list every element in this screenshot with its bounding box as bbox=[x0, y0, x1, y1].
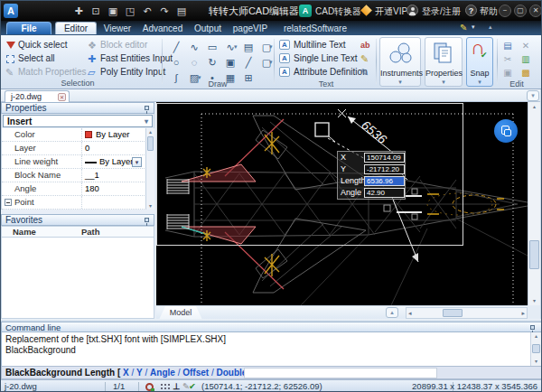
favorites-col-name[interactable]: Name bbox=[13, 227, 36, 238]
help-icon[interactable]: ? bbox=[465, 5, 477, 16]
redo-icon[interactable]: ↷ bbox=[157, 5, 172, 17]
multiline-text-button[interactable]: Multiline Text bbox=[294, 39, 346, 51]
help-link[interactable]: 帮助 bbox=[480, 5, 498, 18]
draw-multiline-dropdown-icon[interactable]: ▾ bbox=[234, 41, 238, 53]
cut-icon[interactable]: ✂ bbox=[501, 53, 514, 65]
document-tab-close-icon[interactable]: ✕ bbox=[58, 93, 66, 101]
paste-icon[interactable]: ▤ bbox=[501, 40, 514, 51]
collapse-icon[interactable] bbox=[5, 199, 12, 206]
properties-dropdown-icon[interactable]: ▾ bbox=[425, 79, 462, 86]
edit-attribute-icon[interactable]: ✎ bbox=[360, 67, 369, 78]
block-editor-button[interactable]: Block editor bbox=[100, 39, 147, 51]
save-as-icon[interactable]: ◳ bbox=[123, 5, 137, 17]
drawing-canvas[interactable]: 6536 X 150714.09 Y -21712.20 Length 6536… bbox=[156, 102, 528, 305]
command-input[interactable] bbox=[244, 368, 437, 378]
select-all-button[interactable]: Select all bbox=[18, 52, 55, 65]
draw-region-dropdown-icon[interactable]: ▾ bbox=[269, 41, 273, 53]
vip-link[interactable]: 开通VIP bbox=[375, 5, 407, 18]
undo-icon[interactable]: ↶ bbox=[140, 5, 154, 17]
tab-output[interactable]: Output bbox=[189, 23, 227, 35]
document-tab[interactable]: j-20.dwg ✕ bbox=[5, 90, 70, 102]
draw-ellipse-icon[interactable]: ◌ bbox=[187, 56, 201, 69]
model-tab[interactable]: Model bbox=[159, 306, 202, 320]
instruments-dropdown-icon[interactable]: ▾ bbox=[380, 79, 420, 86]
tab-file[interactable]: File bbox=[6, 22, 51, 34]
ribbon-collapse-icon[interactable]: ▴ bbox=[489, 23, 492, 31]
scroll-up-icon[interactable]: ▴ bbox=[528, 102, 540, 111]
edit-text-icon[interactable]: ✎ bbox=[360, 53, 369, 64]
scroll-thumb[interactable] bbox=[147, 136, 154, 151]
instruments-button[interactable]: Instruments ▾ bbox=[379, 37, 421, 87]
cmd-scroll-thumb[interactable] bbox=[532, 344, 540, 353]
new-file-icon[interactable]: ✚ bbox=[71, 5, 86, 17]
property-row-angle[interactable]: Angle 180 bbox=[2, 182, 145, 196]
maximize-button[interactable]: ▢ bbox=[514, 5, 527, 17]
property-row-layer[interactable]: Layer 0 bbox=[2, 142, 145, 155]
grid-snap-icon[interactable] bbox=[161, 384, 163, 386]
favorites-panel-header[interactable]: Favorites bbox=[1, 214, 154, 226]
tab-advanced[interactable]: Advanced bbox=[138, 23, 187, 35]
entity-type-select[interactable]: Insert ▾ bbox=[3, 115, 153, 127]
snap-dropdown-icon[interactable]: ▾ bbox=[467, 79, 492, 86]
paste-block-icon[interactable]: ▩ bbox=[519, 67, 532, 79]
quick-select-button[interactable]: Quick select bbox=[18, 39, 67, 51]
draw-ray-icon[interactable]: ╱ bbox=[241, 56, 256, 69]
command-history[interactable]: Replacement of the [txt.SHX] font with [… bbox=[1, 332, 542, 366]
tooltip-angle-input[interactable]: 42.90 bbox=[364, 188, 405, 198]
attribute-definition-button[interactable]: Attribute Definition bbox=[294, 66, 368, 79]
entity-type-dropdown-icon[interactable]: ▾ bbox=[145, 116, 148, 127]
properties-button[interactable]: Properties ▾ bbox=[425, 37, 463, 87]
tab-relatedsoftware[interactable]: relatedSoftware bbox=[274, 23, 357, 35]
draw-line-icon[interactable]: ╱ bbox=[169, 41, 183, 53]
scroll-down-icon[interactable]: ▾ bbox=[146, 202, 154, 210]
pin-icon[interactable] bbox=[530, 325, 535, 330]
favorites-list[interactable] bbox=[1, 238, 154, 319]
command-line-header[interactable]: Command line bbox=[1, 322, 542, 332]
perpendicular-icon[interactable]: ⊥ bbox=[173, 380, 180, 392]
scroll-up-icon[interactable]: ▴ bbox=[146, 128, 154, 135]
pin-icon[interactable] bbox=[145, 218, 149, 222]
text-style-icon[interactable]: ab bbox=[360, 40, 370, 51]
draw-group-dropdown-icon[interactable]: ▾ bbox=[269, 56, 273, 69]
scroll-right-icon[interactable]: ▸ bbox=[521, 308, 525, 319]
open-file-icon[interactable]: ⊡ bbox=[89, 5, 103, 17]
tab-viewer[interactable]: Viewer bbox=[98, 23, 136, 35]
scroll-up-icon[interactable]: ▴ bbox=[531, 332, 541, 340]
property-row-blockname[interactable]: Block Name __1 bbox=[2, 169, 145, 182]
pen-style-icon[interactable]: ✎ bbox=[460, 23, 467, 33]
prompt-option-y[interactable]: Y bbox=[136, 368, 143, 378]
draw-insert-icon[interactable]: ▣ bbox=[223, 56, 238, 69]
properties-scrollbar[interactable]: ▴ ▾ bbox=[145, 128, 154, 210]
tab-list-chevron-icon[interactable]: ▾ bbox=[527, 90, 539, 101]
draw-rectangle-icon[interactable]: ▭ bbox=[205, 41, 220, 53]
snap-button[interactable]: ∩ ✔ Snap ▾ bbox=[466, 37, 493, 87]
tab-pagevip[interactable]: pageVIP bbox=[229, 23, 272, 35]
vscroll-thumb[interactable] bbox=[529, 240, 539, 269]
poly-entity-input-button[interactable]: Poly Entity Input bbox=[100, 66, 165, 79]
favorites-col-path[interactable]: Path bbox=[81, 227, 100, 238]
pen-style-dropdown-icon[interactable]: ▾ bbox=[472, 23, 475, 31]
match-properties-button[interactable]: Match Properties bbox=[18, 66, 87, 79]
command-scrollbar[interactable]: ▴ ▾ bbox=[530, 332, 541, 366]
draw-arc-icon[interactable]: ↻ bbox=[205, 56, 220, 69]
paste-special-icon[interactable]: ▥ bbox=[519, 53, 532, 65]
command-prompt[interactable]: BlackBackground Length [ X / Y / Angle /… bbox=[1, 366, 542, 379]
vip-diamond-icon[interactable] bbox=[360, 5, 372, 16]
copy-icon[interactable]: ▣ bbox=[501, 67, 514, 79]
save-icon[interactable]: ▣ bbox=[106, 5, 120, 17]
prompt-option-angle[interactable]: Angle bbox=[150, 368, 175, 378]
draw-block-icon[interactable]: ▤ bbox=[241, 41, 256, 53]
property-row-point-group[interactable]: Point bbox=[2, 196, 145, 210]
osnap-check-icon[interactable]: ✔ bbox=[189, 380, 196, 392]
login-link[interactable]: 登录/注册 bbox=[422, 5, 461, 18]
properties-panel-header[interactable]: Properties bbox=[1, 102, 154, 114]
close-button[interactable]: ✕ bbox=[529, 5, 542, 17]
layout-expand-icon[interactable]: ▴ bbox=[386, 307, 398, 318]
scroll-down-icon[interactable]: ▾ bbox=[528, 296, 540, 305]
ortho-mode-icon[interactable] bbox=[145, 383, 154, 391]
cad-converter-link[interactable]: CAD转换器 bbox=[315, 5, 361, 18]
tooltip-length-input[interactable]: 6536.96 bbox=[364, 176, 405, 186]
draw-circle-icon[interactable]: ○ bbox=[169, 56, 183, 69]
user-avatar-icon[interactable] bbox=[406, 5, 418, 16]
canvas-hscrollbar[interactable]: ◂ ▸ bbox=[406, 307, 528, 319]
